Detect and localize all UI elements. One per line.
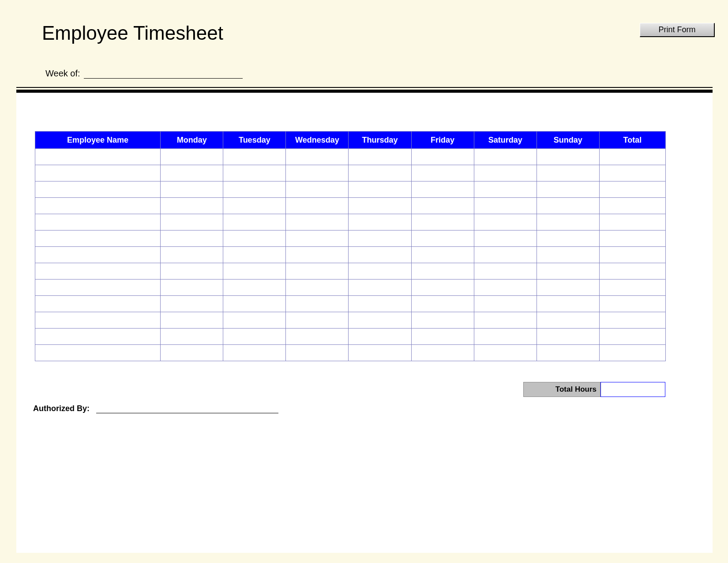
table-cell[interactable] bbox=[286, 165, 349, 181]
table-cell[interactable] bbox=[411, 312, 474, 329]
table-cell[interactable] bbox=[286, 280, 349, 296]
table-cell[interactable] bbox=[537, 198, 599, 214]
table-cell[interactable] bbox=[599, 214, 665, 230]
table-cell[interactable] bbox=[35, 345, 161, 361]
table-cell[interactable] bbox=[474, 181, 537, 198]
table-cell[interactable] bbox=[411, 329, 474, 345]
table-cell[interactable] bbox=[349, 149, 411, 165]
table-cell[interactable] bbox=[286, 230, 349, 247]
table-cell[interactable] bbox=[161, 345, 223, 361]
table-cell[interactable] bbox=[411, 149, 474, 165]
table-cell[interactable] bbox=[161, 296, 223, 312]
table-cell[interactable] bbox=[537, 296, 599, 312]
table-cell[interactable] bbox=[35, 181, 161, 198]
table-cell[interactable] bbox=[474, 149, 537, 165]
table-cell[interactable] bbox=[599, 263, 665, 280]
table-cell[interactable] bbox=[223, 165, 286, 181]
table-cell[interactable] bbox=[537, 149, 599, 165]
table-cell[interactable] bbox=[537, 280, 599, 296]
table-cell[interactable] bbox=[537, 329, 599, 345]
table-cell[interactable] bbox=[411, 230, 474, 247]
authorized-by-input[interactable] bbox=[96, 402, 278, 413]
table-cell[interactable] bbox=[537, 181, 599, 198]
table-cell[interactable] bbox=[286, 149, 349, 165]
table-cell[interactable] bbox=[35, 214, 161, 230]
table-cell[interactable] bbox=[161, 247, 223, 263]
table-cell[interactable] bbox=[411, 198, 474, 214]
table-cell[interactable] bbox=[35, 149, 161, 165]
table-cell[interactable] bbox=[35, 247, 161, 263]
table-cell[interactable] bbox=[537, 214, 599, 230]
table-cell[interactable] bbox=[599, 149, 665, 165]
table-cell[interactable] bbox=[223, 345, 286, 361]
table-cell[interactable] bbox=[474, 345, 537, 361]
table-cell[interactable] bbox=[537, 312, 599, 329]
table-cell[interactable] bbox=[474, 263, 537, 280]
table-cell[interactable] bbox=[411, 296, 474, 312]
table-cell[interactable] bbox=[474, 296, 537, 312]
table-cell[interactable] bbox=[223, 198, 286, 214]
table-cell[interactable] bbox=[35, 312, 161, 329]
table-cell[interactable] bbox=[411, 280, 474, 296]
table-cell[interactable] bbox=[411, 165, 474, 181]
table-cell[interactable] bbox=[223, 280, 286, 296]
table-cell[interactable] bbox=[223, 149, 286, 165]
table-cell[interactable] bbox=[223, 263, 286, 280]
table-cell[interactable] bbox=[474, 230, 537, 247]
table-cell[interactable] bbox=[599, 329, 665, 345]
table-cell[interactable] bbox=[161, 263, 223, 280]
table-cell[interactable] bbox=[286, 345, 349, 361]
table-cell[interactable] bbox=[223, 214, 286, 230]
table-cell[interactable] bbox=[411, 214, 474, 230]
table-cell[interactable] bbox=[161, 280, 223, 296]
table-cell[interactable] bbox=[349, 312, 411, 329]
table-cell[interactable] bbox=[537, 230, 599, 247]
table-cell[interactable] bbox=[599, 345, 665, 361]
print-form-button[interactable]: Print Form bbox=[640, 23, 715, 37]
table-cell[interactable] bbox=[599, 296, 665, 312]
table-cell[interactable] bbox=[286, 181, 349, 198]
table-cell[interactable] bbox=[223, 247, 286, 263]
table-cell[interactable] bbox=[411, 345, 474, 361]
table-cell[interactable] bbox=[286, 296, 349, 312]
table-cell[interactable] bbox=[286, 263, 349, 280]
table-cell[interactable] bbox=[35, 165, 161, 181]
table-cell[interactable] bbox=[349, 247, 411, 263]
table-cell[interactable] bbox=[223, 296, 286, 312]
table-cell[interactable] bbox=[411, 263, 474, 280]
table-cell[interactable] bbox=[474, 329, 537, 345]
table-cell[interactable] bbox=[286, 312, 349, 329]
table-cell[interactable] bbox=[161, 165, 223, 181]
table-cell[interactable] bbox=[35, 263, 161, 280]
table-cell[interactable] bbox=[35, 280, 161, 296]
table-cell[interactable] bbox=[286, 329, 349, 345]
table-cell[interactable] bbox=[349, 296, 411, 312]
table-cell[interactable] bbox=[223, 312, 286, 329]
table-cell[interactable] bbox=[537, 247, 599, 263]
table-cell[interactable] bbox=[537, 263, 599, 280]
table-cell[interactable] bbox=[35, 230, 161, 247]
table-cell[interactable] bbox=[349, 345, 411, 361]
table-cell[interactable] bbox=[223, 329, 286, 345]
table-cell[interactable] bbox=[286, 214, 349, 230]
table-cell[interactable] bbox=[161, 312, 223, 329]
table-cell[interactable] bbox=[599, 312, 665, 329]
table-cell[interactable] bbox=[474, 198, 537, 214]
table-cell[interactable] bbox=[35, 198, 161, 214]
week-of-input[interactable] bbox=[84, 67, 243, 79]
table-cell[interactable] bbox=[349, 329, 411, 345]
table-cell[interactable] bbox=[223, 181, 286, 198]
table-cell[interactable] bbox=[599, 165, 665, 181]
table-cell[interactable] bbox=[599, 280, 665, 296]
table-cell[interactable] bbox=[599, 247, 665, 263]
table-cell[interactable] bbox=[474, 165, 537, 181]
table-cell[interactable] bbox=[223, 230, 286, 247]
table-cell[interactable] bbox=[349, 214, 411, 230]
table-cell[interactable] bbox=[35, 329, 161, 345]
table-cell[interactable] bbox=[599, 230, 665, 247]
table-cell[interactable] bbox=[411, 181, 474, 198]
table-cell[interactable] bbox=[537, 165, 599, 181]
table-cell[interactable] bbox=[349, 198, 411, 214]
table-cell[interactable] bbox=[349, 181, 411, 198]
table-cell[interactable] bbox=[161, 198, 223, 214]
